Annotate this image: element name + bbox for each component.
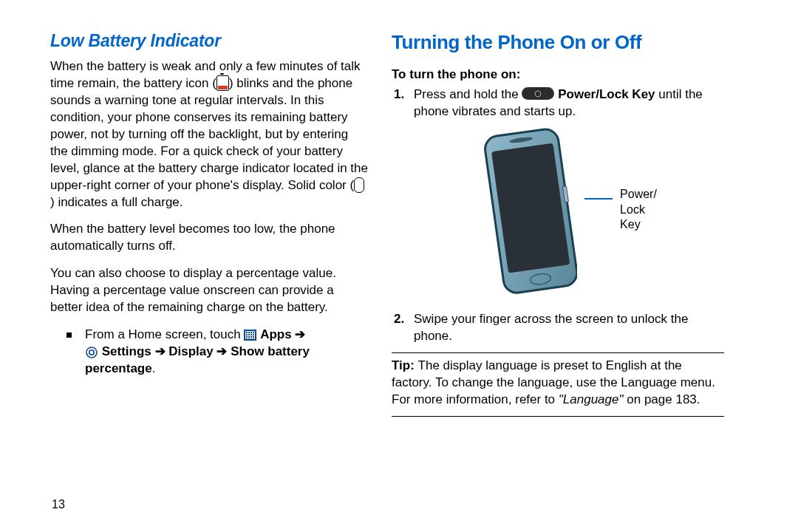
bullet-square — [66, 332, 72, 338]
turning-phone-heading: Turning the Phone On or Off — [392, 31, 724, 54]
tip-box: Tip: The display language is preset to E… — [392, 352, 724, 417]
step-2: Swipe your finger across the screen to u… — [408, 311, 724, 345]
apps-icon — [244, 330, 256, 341]
svg-point-0 — [86, 347, 97, 358]
svg-point-1 — [89, 349, 94, 354]
low-battery-heading: Low Battery Indicator — [50, 31, 368, 51]
low-battery-p3: You can also choose to display a percent… — [50, 265, 368, 316]
phone-illustration — [481, 128, 577, 298]
bullet-path: From a Home screen, touch Apps ➔ Setting… — [50, 327, 368, 388]
step-1: Press and hold the Power/Lock Key until … — [408, 86, 724, 298]
power-key-icon — [522, 87, 554, 100]
battery-low-icon — [216, 75, 229, 91]
low-battery-p2: When the battery level becomes too low, … — [50, 221, 368, 255]
callout-line — [584, 198, 613, 200]
bullet-text: From a Home screen, touch Apps ➔ Setting… — [85, 327, 368, 378]
power-lock-key-label: Power/ Lock Key — [620, 187, 657, 233]
to-turn-on-sub: To turn the phone on: — [392, 67, 724, 82]
battery-full-icon — [354, 177, 364, 193]
low-battery-p1: When the battery is weak and only a few … — [50, 58, 368, 211]
settings-icon — [85, 346, 98, 359]
page-number: 13 — [52, 498, 65, 511]
